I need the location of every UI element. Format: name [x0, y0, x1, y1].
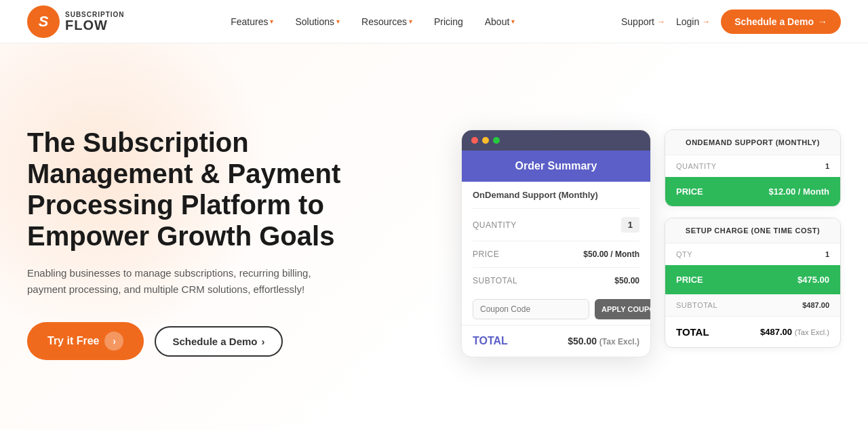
- setup-total-value: $487.00 (Tax Excl.): [760, 327, 829, 337]
- ondemand-quantity-row: QUANTITY 1: [665, 155, 840, 177]
- order-subtotal-row: SUBTOTAL $50.00: [462, 268, 650, 294]
- minimize-dot: [482, 137, 489, 144]
- arrow-icon: →: [818, 16, 827, 27]
- order-product-name: OnDemand Support (Monthly): [473, 190, 598, 200]
- ondemand-qty-value: 1: [825, 162, 829, 170]
- schedule-demo-button[interactable]: Schedule a Demo →: [721, 9, 841, 34]
- nav-item-resources[interactable]: Resources ▾: [353, 11, 420, 33]
- chevron-down-icon: ▾: [336, 18, 340, 25]
- ondemand-price-bar: PRICE $12.00 / Month: [665, 177, 840, 206]
- apply-coupon-button[interactable]: APPLY COUPON: [595, 299, 651, 319]
- ondemand-price-value: $12.00 / Month: [768, 186, 829, 197]
- hero-left: The Subscription Management & Payment Pr…: [27, 127, 380, 360]
- logo-subscription: SUBSCRIPTION: [65, 12, 125, 18]
- close-dot: [471, 137, 478, 144]
- order-price-row: PRICE $50.00 / Month: [462, 241, 650, 267]
- arrow-right-icon: →: [657, 17, 665, 26]
- total-label: TOTAL: [473, 335, 508, 347]
- quantity-label: QUANTITY: [473, 220, 517, 230]
- nav-item-about[interactable]: About ▾: [477, 11, 524, 33]
- order-card-header: Order Summary: [462, 151, 650, 182]
- nav-support[interactable]: Support →: [621, 16, 665, 27]
- coupon-input[interactable]: [473, 299, 589, 319]
- window-controls: [462, 130, 650, 151]
- subtotal-label: SUBTOTAL: [473, 276, 517, 285]
- nav-right: Support → Login → Schedule a Demo →: [621, 9, 841, 34]
- price-label: PRICE: [473, 250, 499, 259]
- hero-buttons: Try it Free › Schedule a Demo ›: [27, 322, 380, 360]
- quantity-value: 1: [621, 217, 639, 233]
- setup-qty-row: QTY 1: [665, 243, 840, 265]
- total-value: $50.00 (Tax Excl.): [568, 336, 639, 346]
- setup-panel-title: SETUP CHARGE (one time cost): [665, 218, 840, 243]
- setup-price-label: PRICE: [676, 275, 703, 285]
- hero-section: The Subscription Management & Payment Pr…: [0, 43, 868, 430]
- chevron-down-icon: ▾: [270, 18, 273, 25]
- order-total-row: TOTAL $50.00 (Tax Excl.): [462, 325, 650, 357]
- setup-price-bar: PRICE $475.00: [665, 265, 840, 294]
- setup-total-row: TOTAL $487.00 (Tax Excl.): [665, 316, 840, 347]
- setup-panel: SETUP CHARGE (one time cost) QTY 1 PRICE…: [665, 218, 841, 348]
- nav-login[interactable]: Login →: [676, 16, 710, 27]
- arrow-icon: ›: [262, 336, 265, 347]
- setup-qty-label: QTY: [676, 250, 692, 258]
- order-summary-card: Order Summary OnDemand Support (Monthly)…: [461, 130, 651, 357]
- try-free-button[interactable]: Try it Free ›: [27, 322, 144, 360]
- hero-description: Enabling businesses to manage subscripti…: [27, 265, 339, 298]
- chevron-down-icon: ▾: [511, 18, 515, 25]
- nav-links: Features ▾ Solutions ▾ Resources ▾ Prici…: [222, 11, 523, 33]
- order-card-body: OnDemand Support (Monthly) QUANTITY 1 PR…: [462, 182, 650, 357]
- chevron-down-icon: ▾: [409, 18, 412, 25]
- setup-subtotal-value: $487.00: [802, 301, 829, 309]
- ondemand-qty-label: QUANTITY: [676, 162, 717, 170]
- ondemand-panel-title: ONDEMAND SUPPORT (MONTHLY): [665, 130, 840, 155]
- subtotal-value: $50.00: [614, 276, 639, 285]
- logo[interactable]: S SUBSCRIPTION FLOW: [27, 5, 125, 38]
- maximize-dot: [493, 137, 500, 144]
- price-value: $50.00 / Month: [583, 250, 639, 259]
- setup-subtotal-row: SUBTOTAL $487.00: [665, 294, 840, 316]
- logo-flow: FLOW: [65, 18, 125, 32]
- ondemand-panel: ONDEMAND SUPPORT (MONTHLY) QUANTITY 1 PR…: [665, 130, 841, 207]
- schedule-demo-hero-button[interactable]: Schedule a Demo ›: [155, 326, 282, 357]
- nav-item-features[interactable]: Features ▾: [222, 11, 281, 33]
- hero-right: Order Summary OnDemand Support (Monthly)…: [461, 130, 841, 357]
- arrow-circle-icon: ›: [104, 332, 123, 351]
- setup-qty-value: 1: [825, 250, 829, 258]
- setup-subtotal-label: SUBTOTAL: [676, 301, 717, 309]
- setup-price-value: $475.00: [797, 275, 829, 285]
- navbar: S SUBSCRIPTION FLOW Features ▾ Solutions…: [0, 0, 868, 43]
- arrow-right-icon: →: [702, 17, 710, 26]
- order-product-row: OnDemand Support (Monthly): [462, 182, 650, 208]
- order-quantity-row: QUANTITY 1: [462, 209, 650, 241]
- nav-item-solutions[interactable]: Solutions ▾: [287, 11, 348, 33]
- hero-title: The Subscription Management & Payment Pr…: [27, 127, 380, 252]
- logo-text: SUBSCRIPTION FLOW: [65, 12, 125, 32]
- ondemand-price-label: PRICE: [676, 186, 703, 197]
- logo-icon: S: [27, 5, 60, 38]
- nav-item-pricing[interactable]: Pricing: [426, 11, 471, 33]
- coupon-row: APPLY COUPON: [462, 294, 650, 325]
- setup-total-label: TOTAL: [676, 326, 709, 338]
- right-panels: ONDEMAND SUPPORT (MONTHLY) QUANTITY 1 PR…: [665, 130, 841, 348]
